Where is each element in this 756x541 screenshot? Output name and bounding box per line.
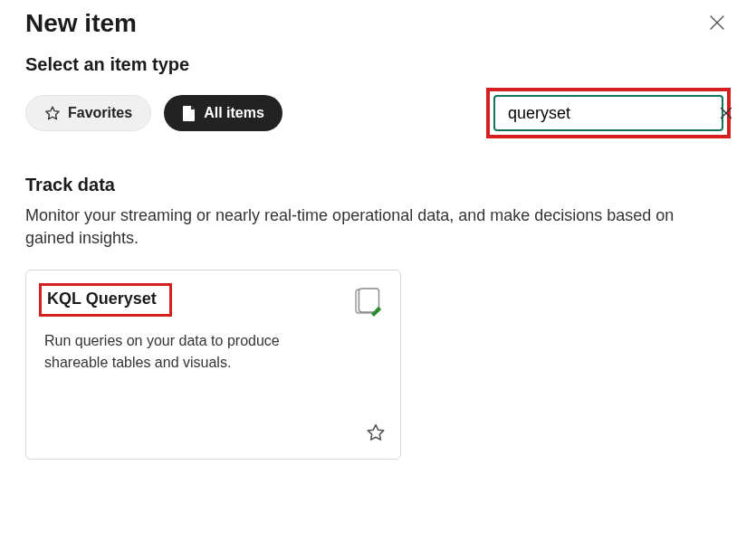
all-items-filter-label: All items (204, 105, 264, 121)
close-icon (720, 107, 732, 119)
favorites-filter-label: Favorites (68, 105, 132, 121)
svg-marker-2 (46, 107, 59, 119)
svg-rect-6 (359, 289, 379, 312)
card-title-highlight: KQL Queryset (39, 283, 172, 317)
section-track-data-title: Track data (25, 175, 731, 195)
section-select-type: Select an item type (25, 54, 731, 75)
close-icon (709, 14, 725, 31)
page-title: New item (25, 9, 137, 38)
search-highlight (486, 88, 731, 138)
search-input[interactable] (506, 103, 720, 124)
favorites-filter-button[interactable]: Favorites (25, 95, 151, 131)
queryset-icon (351, 287, 382, 318)
file-icon (182, 105, 196, 121)
star-icon (44, 105, 61, 121)
item-card-kql-queryset[interactable]: KQL Queryset Run queries on your data to… (25, 270, 401, 460)
card-description: Run queries on your data to produce shar… (44, 330, 316, 372)
star-icon (366, 422, 386, 442)
search-box[interactable] (493, 95, 723, 131)
search-clear-button[interactable] (720, 102, 732, 124)
close-button[interactable] (703, 9, 731, 39)
card-title: KQL Queryset (47, 289, 157, 308)
all-items-filter-button[interactable]: All items (164, 95, 282, 131)
section-track-data-description: Monitor your streaming or nearly real-ti… (25, 204, 713, 250)
svg-marker-8 (368, 425, 383, 441)
card-favorite-button[interactable] (366, 422, 386, 446)
